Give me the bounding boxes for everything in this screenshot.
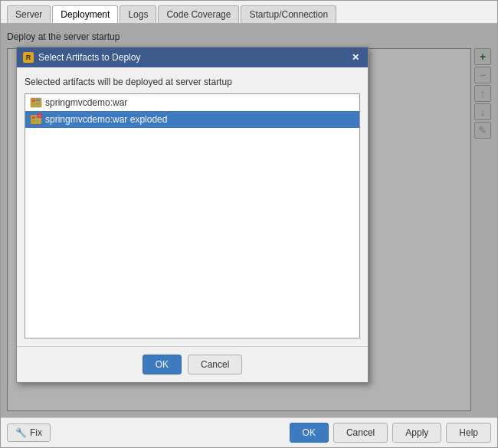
svg-rect-7 xyxy=(32,120,40,122)
svg-rect-2 xyxy=(36,100,40,101)
modal-footer: OK Cancel xyxy=(17,346,368,382)
tab-code-coverage[interactable]: Code Coverage xyxy=(158,5,239,23)
list-item[interactable]: ! springmvcdemo:war exploded xyxy=(25,111,359,128)
modal-cancel-button[interactable]: Cancel xyxy=(188,355,242,374)
war-exploded-icon: ! xyxy=(30,113,42,126)
svg-rect-0 xyxy=(31,98,41,107)
modal-title-text: Select Artifacts to Deploy xyxy=(38,52,345,63)
svg-text:!: ! xyxy=(39,114,40,118)
modal-title-bar: R Select Artifacts to Deploy ✕ xyxy=(17,47,368,67)
tab-bar: Server Deployment Logs Code Coverage Sta… xyxy=(1,1,497,24)
modal-close-button[interactable]: ✕ xyxy=(349,51,362,64)
list-item[interactable]: springmvcdemo:war xyxy=(25,94,359,111)
fix-label: Fix xyxy=(30,427,42,438)
modal-description: Selected artifacts will be deployed at s… xyxy=(25,75,360,89)
modal-artifact-list[interactable]: springmvcdemo:war ! xyxy=(25,93,360,338)
fix-button[interactable]: 🔧 Fix xyxy=(7,423,51,442)
tab-logs[interactable]: Logs xyxy=(120,5,156,23)
modal-title-icon: R xyxy=(23,52,34,63)
fix-icon: 🔧 xyxy=(15,427,27,438)
war-icon xyxy=(30,96,42,109)
help-button[interactable]: Help xyxy=(446,423,491,443)
artifact-exploded-label: springmvcdemo:war exploded xyxy=(45,114,167,125)
apply-button[interactable]: Apply xyxy=(392,423,441,443)
main-window: Server Deployment Logs Code Coverage Sta… xyxy=(0,0,498,448)
bottom-bar: 🔧 Fix OK Cancel Apply Help xyxy=(1,417,497,447)
cancel-button[interactable]: Cancel xyxy=(333,423,388,443)
tab-server[interactable]: Server xyxy=(7,5,51,23)
ok-button[interactable]: OK xyxy=(290,423,329,443)
modal-body: Selected artifacts will be deployed at s… xyxy=(17,67,368,346)
tab-startup-connection[interactable]: Startup/Connection xyxy=(241,5,336,23)
modal-ok-button[interactable]: OK xyxy=(143,355,182,374)
artifact-label: springmvcdemo:war xyxy=(45,97,127,108)
main-content: Deploy at the server startup + − ↑ ↓ ✎ R… xyxy=(1,24,497,417)
modal-overlay: R Select Artifacts to Deploy ✕ Selected … xyxy=(1,24,497,417)
svg-rect-1 xyxy=(32,100,35,102)
tab-deployment[interactable]: Deployment xyxy=(52,5,118,23)
svg-rect-3 xyxy=(32,103,40,105)
svg-rect-5 xyxy=(32,116,35,119)
select-artifacts-modal: R Select Artifacts to Deploy ✕ Selected … xyxy=(16,47,369,383)
